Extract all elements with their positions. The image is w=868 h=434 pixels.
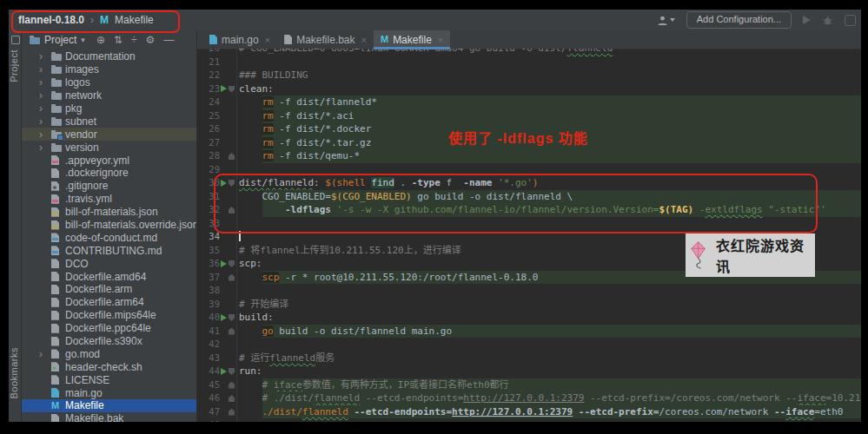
close-icon[interactable]: × <box>263 35 270 45</box>
fold-marker-icon[interactable] <box>229 368 235 375</box>
editor-line-39[interactable]: 39# 开始编译 <box>197 298 861 312</box>
run-target-icon[interactable] <box>221 260 227 267</box>
editor-line-45[interactable]: 45 # iface参数值，有两种方式，IP或者接口名称eth0都行 <box>197 378 861 392</box>
tab-main-go[interactable]: main.go× <box>202 30 277 49</box>
expand-icon[interactable]: ⇅ <box>114 34 123 46</box>
editor-line-46[interactable]: 46 # ./dist/flanneld --etcd-endpoints=ht… <box>197 391 861 405</box>
tree-item-vendor[interactable]: ›vendor <box>22 128 196 141</box>
editor-line-22[interactable]: 22### BUILDING <box>197 69 861 82</box>
tree-item-code-of-conduct.md[interactable]: code-of-conduct.md <box>22 231 196 244</box>
tree-item-Dockerfile.amd64[interactable]: Dockerfile.amd64 <box>22 270 196 283</box>
chevron-right-icon[interactable]: › <box>39 143 51 152</box>
user-icon[interactable] <box>657 15 675 26</box>
editor-line-47[interactable]: 47 ./dist/flanneld --etcd-endpoints=http… <box>197 405 861 419</box>
editor-line-33[interactable]: 33 <box>197 217 861 231</box>
chevron-right-icon[interactable]: › <box>39 130 51 139</box>
fold-marker-icon[interactable] <box>229 395 235 402</box>
fold-marker-icon[interactable] <box>229 382 235 389</box>
tree-item-LICENSE[interactable]: LICENSE <box>22 373 196 386</box>
debug-icon[interactable] <box>822 15 833 26</box>
editor-line-38[interactable]: 38 <box>197 284 861 298</box>
hide-panel-icon[interactable]: — <box>163 34 174 46</box>
tree-item-images[interactable]: ›images <box>22 63 196 76</box>
breadcrumb-project[interactable]: flannel-0.18.0 <box>18 14 84 26</box>
tree-item-go.mod[interactable]: ›go.mod <box>22 347 196 360</box>
tree-item-Makefile.bak[interactable]: Makefile.bak <box>22 412 196 422</box>
tree-item-Dockerfile.s390x[interactable]: Dockerfile.s390x <box>22 335 196 348</box>
run-target-icon[interactable] <box>221 180 227 187</box>
collapse-all-icon[interactable]: ÷ <box>131 34 137 46</box>
sidebar-item-project[interactable]: Project <box>9 49 21 82</box>
tree-item-network[interactable]: ›network <box>22 89 196 102</box>
editor-line-30[interactable]: 30dist/flanneld: $(shell find . -type f … <box>197 176 861 190</box>
sidebar-item-bookmarks[interactable]: Bookmarks <box>9 347 21 399</box>
breadcrumb-file[interactable]: Makefile <box>115 14 154 26</box>
tree-item-Dockerfile.arm64[interactable]: Dockerfile.arm64 <box>22 296 196 309</box>
editor-line-31[interactable]: 31 CGO_ENABLED=$(CGO_ENABLED) go build -… <box>197 190 861 204</box>
add-configuration-button[interactable]: Add Configuration... <box>686 11 792 29</box>
tree-item-.dockerignore[interactable]: .dockerignore <box>22 167 196 180</box>
tree-item-.gitignore[interactable]: .gitignore <box>22 180 196 193</box>
editor-line-43[interactable]: 43# 运行flanneld服务 <box>197 352 861 365</box>
chevron-right-icon[interactable]: › <box>39 52 51 61</box>
editor-line-29[interactable]: 29 <box>197 163 861 177</box>
profile-icon[interactable] <box>845 15 856 26</box>
fold-marker-icon[interactable] <box>229 180 235 187</box>
editor-line-23[interactable]: 23clean: <box>197 82 861 96</box>
tab-makefile-bak[interactable]: Makefile.bak× <box>277 30 374 49</box>
run-icon[interactable] <box>803 16 811 24</box>
tree-item-Documentation[interactable]: ›Documentation <box>22 50 196 63</box>
editor-line-40[interactable]: 40build: <box>197 311 861 325</box>
tree-item-DCO[interactable]: DCO <box>22 257 196 270</box>
chevron-right-icon[interactable]: › <box>39 65 51 74</box>
tree-item-header-check.sh[interactable]: header-check.sh <box>22 360 196 373</box>
chevron-right-icon[interactable]: › <box>39 78 51 87</box>
fold-marker-icon[interactable] <box>229 314 235 321</box>
chevron-right-icon[interactable]: › <box>39 117 51 126</box>
editor-line-41[interactable]: 41 go build -o dist/flanneld main.go <box>197 325 861 339</box>
fold-marker-icon[interactable] <box>229 260 235 267</box>
editor-line-42[interactable]: 42 <box>197 338 861 352</box>
close-icon[interactable]: × <box>436 35 443 45</box>
run-target-icon[interactable] <box>221 85 227 92</box>
tree-item-bill-of-materials.override.json[interactable]: bill-of-materials.override.json <box>22 219 196 232</box>
tree-item-bill-of-materials.json[interactable]: bill-of-materials.json <box>22 206 196 219</box>
tree-item-.travis.yml[interactable]: .travis.yml <box>22 193 196 206</box>
editor-line-28[interactable]: 28 rm -f dist/qemu-* <box>197 149 861 163</box>
chevron-right-icon[interactable]: › <box>39 91 51 100</box>
run-target-icon[interactable] <box>221 368 227 375</box>
tab-makefile[interactable]: MMakefile× <box>374 30 450 49</box>
tree-item-CONTRIBUTING.md[interactable]: CONTRIBUTING.md <box>22 244 196 257</box>
fold-marker-icon[interactable] <box>229 153 235 160</box>
tree-item-main.go[interactable]: main.go <box>22 386 196 399</box>
fold-marker-icon[interactable] <box>229 409 235 416</box>
fold-marker-icon[interactable] <box>229 274 235 281</box>
chevron-right-icon[interactable]: › <box>39 350 51 358</box>
fold-marker-icon[interactable] <box>229 207 235 214</box>
editor-line-44[interactable]: 44run: <box>197 365 861 378</box>
tree-item-Makefile[interactable]: MMakefile <box>22 399 196 412</box>
chevron-down-icon[interactable]: ▾ <box>81 36 85 44</box>
editor-line-32[interactable]: 32 -ldflags '-s -w -X github.com/flannel… <box>197 203 861 217</box>
settings-gear-icon[interactable]: ⚙ <box>146 34 156 46</box>
run-target-icon[interactable] <box>221 314 227 321</box>
tree-item-logos[interactable]: ›logos <box>22 76 196 89</box>
tree-item-.appveyor.yml[interactable]: .appveyor.yml <box>22 154 196 167</box>
tree-item-pkg[interactable]: ›pkg <box>22 102 196 115</box>
tree-item-Dockerfile.arm[interactable]: Dockerfile.arm <box>22 283 196 296</box>
fold-marker-icon[interactable] <box>229 86 235 93</box>
close-icon[interactable]: × <box>360 35 367 45</box>
tree-item-Dockerfile.mips64le[interactable]: Dockerfile.mips64le <box>22 309 196 322</box>
editor-line-21[interactable]: 21 <box>197 56 861 69</box>
tree-item-Dockerfile.ppc64le[interactable]: Dockerfile.ppc64le <box>22 322 196 335</box>
tree-item-subnet[interactable]: ›subnet <box>22 115 196 128</box>
tool-strip-icon[interactable] <box>11 36 20 44</box>
tree-item-version[interactable]: ›version <box>22 141 196 154</box>
chevron-right-icon[interactable]: › <box>39 104 51 113</box>
editor-line-25[interactable]: 25 rm -f dist/*.aci <box>197 109 861 123</box>
editor-line-20[interactable]: 20# CGO_ENABLED=0 GOOS=linux GOARCH=amd6… <box>197 49 861 56</box>
fold-marker-icon[interactable] <box>229 328 235 335</box>
locate-file-icon[interactable]: ⊕ <box>96 34 105 46</box>
project-panel-title[interactable]: Project <box>44 34 76 46</box>
editor-line-24[interactable]: 24 rm -f dist/flanneld* <box>197 95 861 109</box>
